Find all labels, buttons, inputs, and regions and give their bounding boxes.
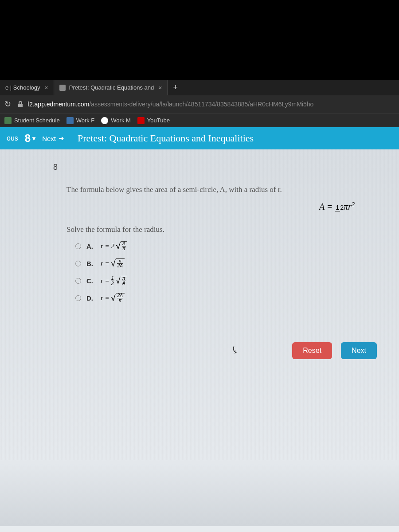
tab-label: Pretest: Quadratic Equations and <box>69 84 154 91</box>
option-label: A. <box>86 243 95 250</box>
copyright-text: 1 Edmentum. All rights reserved. <box>0 526 399 532</box>
cursor-icon: ⤹ <box>229 344 240 357</box>
tab-pretest[interactable]: Pretest: Quadratic Equations and × <box>54 80 168 95</box>
arrow-right-icon: ➜ <box>59 134 64 142</box>
bookmark-label: Work F <box>76 117 95 124</box>
question-content: 8 The formula below gives the area of a … <box>0 149 399 460</box>
answer-option-d[interactable]: D. r = √2Aπ <box>66 293 381 303</box>
bookmark-student-schedule[interactable]: Student Schedule <box>4 117 60 124</box>
breadcrumb-dropdown[interactable]: 8 ▾ <box>25 132 35 145</box>
answer-option-a[interactable]: A. r = 2√Aπ <box>66 241 381 251</box>
radio-button[interactable] <box>75 261 81 266</box>
chevron-down-icon: ▾ <box>32 135 35 142</box>
breadcrumb-next-button[interactable]: Next ➜ <box>42 134 64 142</box>
option-formula: r = √2Aπ <box>101 293 125 303</box>
tab-label: e | Schoology <box>5 84 40 91</box>
bookmark-youtube[interactable]: YouTube <box>137 117 170 124</box>
bookmark-icon <box>66 117 74 124</box>
next-label: Next <box>42 135 56 142</box>
option-formula: r = 12√πA <box>101 276 127 286</box>
bookmark-icon <box>137 117 145 124</box>
url-domain: f2.app.edmentum.com <box>27 101 89 108</box>
formula-display: A = 12πr2 <box>66 201 381 212</box>
url-path: /assessments-delivery/ua/la/launch/48511… <box>89 101 313 108</box>
bookmark-label: YouTube <box>147 117 170 124</box>
bookmarks-bar: Student Schedule Work F Work M YouTube <box>0 113 399 127</box>
bookmark-label: Work M <box>111 117 131 124</box>
question-number: 8 <box>53 163 381 172</box>
bookmark-label: Student Schedule <box>14 117 60 124</box>
answer-option-c[interactable]: C. r = 12√πA <box>66 276 381 286</box>
tab-favicon <box>59 85 66 91</box>
new-tab-button[interactable]: + <box>168 83 183 92</box>
bookmark-work-f[interactable]: Work F <box>66 117 95 124</box>
breadcrumb-bar: ous 8 ▾ Next ➜ Pretest: Quadratic Equati… <box>0 127 399 149</box>
option-label: C. <box>86 277 95 285</box>
radio-button[interactable] <box>75 295 81 301</box>
tab-strip: e | Schoology × Pretest: Quadratic Equat… <box>0 80 399 95</box>
option-formula: r = 2√Aπ <box>101 241 127 251</box>
bookmark-icon <box>101 117 108 124</box>
close-icon[interactable]: × <box>158 84 162 91</box>
lock-icon <box>18 101 24 107</box>
reload-icon[interactable]: ↻ <box>4 99 11 109</box>
answer-option-b[interactable]: B. r = √π2A <box>66 258 381 269</box>
url-input[interactable]: f2.app.edmentum.com /assessments-deliver… <box>18 101 395 108</box>
page-title: Pretest: Quadratic Equations and Inequal… <box>78 133 254 144</box>
radio-button[interactable] <box>75 278 81 284</box>
option-label: D. <box>86 294 95 302</box>
question-prompt-line1: The formula below gives the area of a se… <box>66 185 381 194</box>
option-label: B. <box>86 260 95 267</box>
close-icon[interactable]: × <box>45 84 48 91</box>
bookmark-icon <box>4 117 12 124</box>
breadcrumb-previous[interactable]: ous <box>7 134 18 142</box>
tab-schoology[interactable]: e | Schoology × <box>0 80 54 95</box>
bookmark-work-m[interactable]: Work M <box>101 117 131 124</box>
question-number-selector: 8 <box>25 132 31 145</box>
next-button[interactable]: Next <box>341 342 377 359</box>
reset-button[interactable]: Reset <box>292 342 332 359</box>
option-formula: r = √π2A <box>101 258 125 269</box>
question-prompt-line2: Solve the formula for the radius. <box>66 225 381 234</box>
address-bar: ↻ f2.app.edmentum.com /assessments-deliv… <box>0 95 399 113</box>
radio-button[interactable] <box>75 243 81 249</box>
